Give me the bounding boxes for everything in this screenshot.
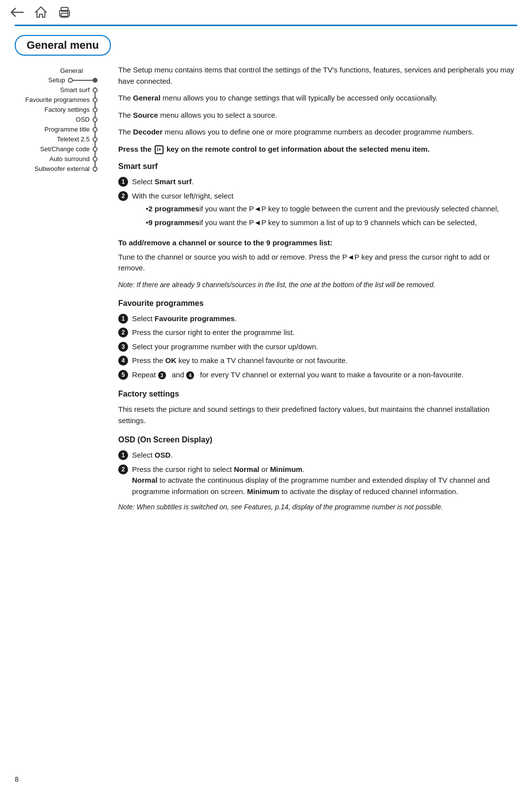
step-badge-2: 2: [118, 191, 128, 201]
section-heading-favourites: Favourite programmes: [118, 298, 517, 309]
menu-diagram: General Setup Smart surf Fav: [15, 65, 108, 175]
step-text-block: With the cursor left/right, select 2 pro…: [132, 191, 499, 231]
step-badge-2: 2: [118, 328, 128, 337]
step-text: Press the OK key to make a TV channel fa…: [132, 355, 347, 366]
setup-label: Setup: [48, 76, 65, 84]
osd-steps: 1 Select OSD. 2 Press the cursor right t…: [118, 450, 517, 497]
step-text-block: Press the cursor right to select Normal …: [132, 464, 517, 498]
intro-para3: The Source menu allows you to select a s…: [118, 110, 517, 121]
intro-para2: The General menu allows you to change se…: [118, 93, 517, 104]
bullet-list: 2 programmes if you want the P◄P key to …: [146, 203, 499, 228]
list-item: 2 With the cursor left/right, select 2 p…: [118, 191, 517, 231]
intro-para4: The Decoder menu allows you to define on…: [118, 127, 517, 138]
step-badge-5: 5: [118, 370, 128, 380]
inline-badge-3: 3: [158, 371, 166, 379]
smartsurf-steps: 1 Select Smart surf. 2 With the cursor l…: [118, 176, 517, 231]
step-badge-1: 1: [118, 314, 128, 324]
menu-dot: [93, 157, 98, 162]
step-text: Select Favourite programmes.: [132, 313, 237, 325]
step-text: Select OSD.: [132, 450, 173, 461]
menu-item-label: Smart surf: [60, 86, 90, 94]
inline-badge-4: 4: [186, 371, 194, 379]
menu-dot: [93, 166, 98, 171]
svg-point-4: [67, 12, 69, 13]
print-button[interactable]: [57, 6, 72, 19]
menu-item-row-factory: Factory settings: [15, 106, 98, 113]
step-badge-3: 3: [118, 342, 128, 352]
menu-item-label: OSD: [76, 116, 90, 123]
menu-item-row-smartsurf: Smart surf: [15, 86, 98, 94]
list-item: 1 Select OSD.: [118, 450, 517, 461]
top-line: [15, 25, 517, 26]
step-badge-2: 2: [118, 465, 128, 474]
sidebar: General Setup Smart surf Fav: [15, 65, 108, 520]
home-button[interactable]: [33, 6, 48, 19]
step-badge-1: 1: [118, 177, 128, 187]
subheading-text: Tune to the channel or source you wish t…: [118, 252, 517, 274]
main-content: General Setup Smart surf Fav: [15, 65, 517, 520]
menu-item-row-programme-title: Programme title: [15, 126, 98, 133]
menu-item-label: Programme title: [44, 126, 90, 133]
menu-dot: [93, 107, 98, 112]
menu-dot: [93, 98, 98, 102]
menu-item-label: Subwoofer external: [34, 165, 90, 172]
menu-item-label: Set/Change code: [40, 145, 90, 153]
section-heading-osd: OSD (On Screen Display): [118, 434, 517, 446]
page-title-wrapper: General menu: [15, 35, 111, 56]
section-factory-settings: Factory settings This resets the picture…: [118, 388, 517, 426]
menu-item-row-teletext: Teletext 2.5: [15, 135, 98, 143]
list-item: 9 programmes if you want the P◄P key to …: [146, 217, 499, 229]
section-heading-factory: Factory settings: [118, 388, 517, 400]
menu-item-label: Factory settings: [44, 106, 90, 113]
menu-item-row-subwoofer: Subwoofer external: [15, 165, 98, 172]
back-button[interactable]: [10, 6, 25, 19]
content-area: The Setup menu contains items that contr…: [118, 65, 517, 520]
menu-item-row-favourites: Favourite programmes: [15, 96, 98, 103]
section-heading-smartsurf: Smart surf: [118, 161, 517, 172]
menu-item-row-setchange: Set/Change code: [15, 145, 98, 153]
horiz-line: [73, 80, 93, 81]
setup-row: Setup: [15, 76, 98, 84]
page-title: General menu: [15, 35, 111, 56]
step-text: Press the cursor right to enter the prog…: [132, 327, 295, 338]
list-item: 1 Select Smart surf.: [118, 176, 517, 188]
menu-dot: [93, 117, 98, 122]
list-item: 3 Select your programme number with the …: [118, 341, 517, 353]
list-item: 2 Press the cursor right to select Norma…: [118, 464, 517, 498]
section-favourite-programmes: Favourite programmes 1 Select Favourite …: [118, 298, 517, 381]
intro-para1: The Setup menu contains items that contr…: [118, 65, 517, 87]
list-item: 2 programmes if you want the P◄P key to …: [146, 203, 499, 215]
step-text: With the cursor left/right, select: [132, 192, 233, 200]
step-text: Repeat 3 and 4 for every TV channel or e…: [132, 369, 464, 381]
subheading-add-remove: To add/remove a channel or source to the…: [118, 237, 517, 249]
list-item: 1 Select Favourite programmes.: [118, 313, 517, 325]
menu-dot: [93, 127, 98, 132]
section-smart-surf: Smart surf 1 Select Smart surf. 2 With t…: [118, 161, 517, 290]
step-badge-1: 1: [118, 450, 128, 460]
list-item: 2 Press the cursor right to enter the pr…: [118, 327, 517, 338]
note-smart-surf: Note: If there are already 9 channels/so…: [118, 280, 517, 290]
menu-item-row-osd: OSD: [15, 116, 98, 123]
favourites-steps: 1 Select Favourite programmes. 2 Press t…: [118, 313, 517, 381]
end-dot: [93, 78, 98, 83]
menu-item-row-autosurround: Auto surround: [15, 155, 98, 163]
step-text: Select your programme number with the cu…: [132, 341, 318, 353]
menu-item-label: Favourite programmes: [25, 96, 90, 103]
step-text: Select Smart surf.: [132, 176, 194, 188]
info-icon: i+: [155, 145, 164, 154]
toolbar: [0, 0, 532, 25]
section-osd: OSD (On Screen Display) 1 Select OSD. 2 …: [118, 434, 517, 512]
setup-dot: [68, 78, 73, 83]
step-badge-4: 4: [118, 356, 128, 366]
list-item: 5 Repeat 3 and 4 for every TV channel or…: [118, 369, 517, 381]
menu-dot: [93, 137, 98, 142]
menu-item-label: Auto surround: [49, 155, 90, 163]
note-osd: Note: When subtitles is switched on, see…: [118, 502, 517, 512]
menu-dot: [93, 147, 98, 152]
menu-diagram-title: General: [34, 67, 108, 74]
factory-settings-text: This resets the picture and sound settin…: [118, 404, 517, 426]
menu-item-label: Teletext 2.5: [57, 135, 90, 143]
page-number: 8: [15, 775, 19, 783]
menu-dot: [93, 88, 98, 93]
list-item: 4 Press the OK key to make a TV channel …: [118, 355, 517, 366]
